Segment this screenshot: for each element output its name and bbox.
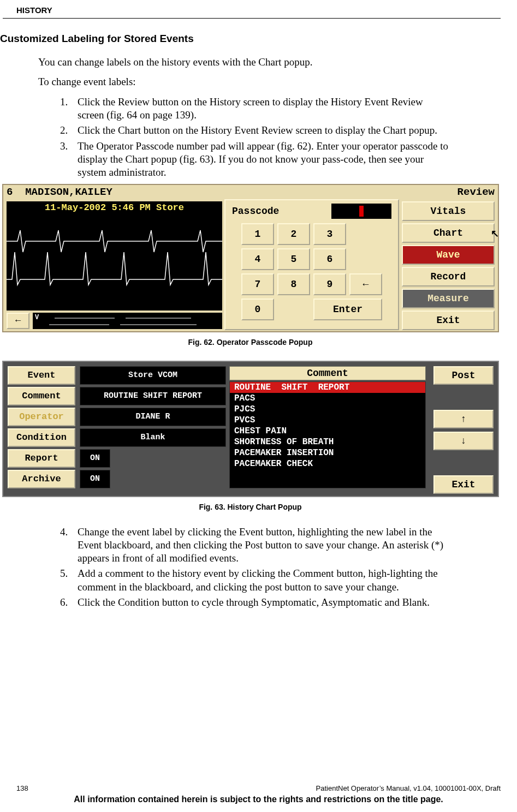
comment-listbox[interactable]: ROUTINE SHIFT REPORT PACS PJCS PVCS CHES… bbox=[229, 381, 426, 488]
step-text: The Operator Passcode number pad will ap… bbox=[78, 140, 451, 180]
patient-name: MADISON,KAILEY bbox=[25, 186, 112, 198]
passcode-input[interactable] bbox=[331, 204, 391, 219]
event-button[interactable]: Event bbox=[8, 366, 75, 385]
step-number: 6. bbox=[60, 596, 78, 609]
keypad-5[interactable]: 5 bbox=[277, 248, 310, 270]
list-item[interactable]: CHEST PAIN bbox=[230, 426, 425, 437]
step-3: 3.The Operator Passcode number pad will … bbox=[60, 140, 451, 180]
keypad-6[interactable]: 6 bbox=[313, 248, 346, 270]
list-item[interactable]: ROUTINE SHIFT REPORT bbox=[230, 382, 425, 393]
keypad-7[interactable]: 7 bbox=[241, 273, 274, 295]
keypad-1[interactable]: 1 bbox=[241, 223, 274, 245]
list-item[interactable]: PACEMAKER INSERTION bbox=[230, 447, 425, 458]
step-text: Click the Condition button to cycle thro… bbox=[78, 596, 451, 609]
keypad-0[interactable]: 0 bbox=[241, 298, 274, 320]
mini-ecg-icon bbox=[33, 313, 222, 329]
comment-value: ROUTINE SHIFT REPORT bbox=[80, 387, 226, 405]
intro-paragraph-1: You can change labels on the history eve… bbox=[38, 56, 451, 69]
page-footer: 138 PatientNet Operator’s Manual, v1.04,… bbox=[0, 784, 517, 804]
vitals-button[interactable]: Vitals bbox=[402, 201, 495, 221]
comment-list-header: Comment bbox=[229, 366, 426, 380]
step-number: 5. bbox=[60, 567, 78, 594]
archive-value: ON bbox=[80, 470, 110, 488]
exit-button[interactable]: Exit bbox=[402, 311, 495, 330]
mini-back-button[interactable]: ← bbox=[7, 313, 29, 329]
step-number: 1. bbox=[60, 95, 78, 122]
keypad-4[interactable]: 4 bbox=[241, 248, 274, 270]
step-6: 6.Click the Condition button to cycle th… bbox=[60, 596, 451, 609]
passcode-cursor bbox=[359, 206, 364, 217]
archive-button[interactable]: Archive bbox=[8, 470, 75, 488]
header-rule bbox=[3, 18, 501, 19]
step-number: 4. bbox=[60, 526, 78, 565]
step-number: 3. bbox=[60, 140, 78, 180]
mouse-cursor-icon: ↖ bbox=[491, 228, 499, 240]
list-item[interactable]: PACEMAKER CHECK bbox=[230, 458, 425, 469]
operator-button[interactable]: Operator bbox=[8, 408, 75, 426]
scroll-down-button[interactable]: ↓ bbox=[433, 432, 494, 450]
record-button[interactable]: Record bbox=[402, 267, 495, 286]
page-number: 138 bbox=[16, 784, 28, 792]
mode-label: Review bbox=[457, 186, 495, 198]
step-1: 1.Click the Review button on the History… bbox=[60, 95, 451, 122]
footer-right: PatientNet Operator’s Manual, v1.04, 100… bbox=[316, 784, 501, 792]
list-item[interactable]: PJCS bbox=[230, 404, 425, 415]
fig-62-caption: Fig. 62. Operator Passcode Popup bbox=[0, 338, 501, 347]
intro-paragraph-2: To change event labels: bbox=[38, 75, 451, 88]
condition-button[interactable]: Condition bbox=[8, 428, 75, 447]
keypad-backspace[interactable]: ← bbox=[349, 273, 382, 295]
comment-button[interactable]: Comment bbox=[8, 387, 75, 405]
keypad-3[interactable]: 3 bbox=[313, 223, 346, 245]
measure-button[interactable]: Measure bbox=[402, 289, 495, 308]
condition-value: Blank bbox=[80, 428, 226, 447]
passcode-label: Passcode bbox=[232, 206, 279, 217]
heading-customized-labeling: Customized Labeling for Stored Events bbox=[0, 33, 501, 45]
keypad-enter[interactable]: Enter bbox=[313, 298, 382, 320]
bed-number: 6 bbox=[7, 186, 13, 198]
report-button[interactable]: Report bbox=[8, 449, 75, 468]
ecg-waveform-icon bbox=[7, 214, 222, 307]
report-value: ON bbox=[80, 449, 110, 468]
step-5: 5.Add a comment to the history event by … bbox=[60, 567, 451, 594]
mini-waveform: V bbox=[33, 313, 222, 329]
keypad-8[interactable]: 8 bbox=[277, 273, 310, 295]
operator-value: DIANE R bbox=[80, 408, 226, 426]
post-button[interactable]: Post bbox=[433, 366, 494, 385]
waveform-area: 11-May-2002 5:46 PM Store bbox=[7, 201, 222, 311]
scroll-up-button[interactable]: ↑ bbox=[433, 410, 494, 428]
keypad-9[interactable]: 9 bbox=[313, 273, 346, 295]
passcode-keypad: Passcode 1 2 3 4 5 6 7 8 9 ← 0 Enter bbox=[224, 199, 399, 330]
list-item[interactable]: PVCS bbox=[230, 415, 425, 426]
wave-button[interactable]: Wave bbox=[402, 245, 495, 265]
fig-63-chart-popup: Event Comment Operator Condition Report … bbox=[2, 361, 499, 497]
step-number: 2. bbox=[60, 124, 78, 137]
exit-button[interactable]: Exit bbox=[433, 475, 494, 494]
keypad-2[interactable]: 2 bbox=[277, 223, 310, 245]
step-text: Add a comment to the history event by cl… bbox=[78, 567, 451, 594]
chart-button[interactable]: Chart bbox=[402, 223, 495, 243]
event-value: Store VCOM bbox=[80, 366, 226, 385]
step-2: 2.Click the Chart button on the History … bbox=[60, 124, 451, 137]
list-item[interactable]: SHORTNESS OF BREATH bbox=[230, 437, 425, 447]
step-text: Click the Chart button on the History Ev… bbox=[78, 124, 451, 137]
step-text: Change the event label by clicking the E… bbox=[78, 526, 451, 565]
waveform-timestamp: 11-May-2002 5:46 PM Store bbox=[7, 201, 222, 214]
list-item[interactable]: PACS bbox=[230, 393, 425, 404]
section-header: HISTORY bbox=[0, 5, 501, 18]
fig-63-caption: Fig. 63. History Chart Popup bbox=[0, 503, 501, 511]
step-4: 4.Change the event label by clicking the… bbox=[60, 526, 451, 565]
fig-62-passcode-popup: 6 MADISON,KAILEY Review 11-May-2002 5:46… bbox=[2, 184, 499, 332]
step-text: Click the Review button on the History s… bbox=[78, 95, 451, 122]
footer-notice: All information contained herein is subj… bbox=[0, 795, 517, 804]
